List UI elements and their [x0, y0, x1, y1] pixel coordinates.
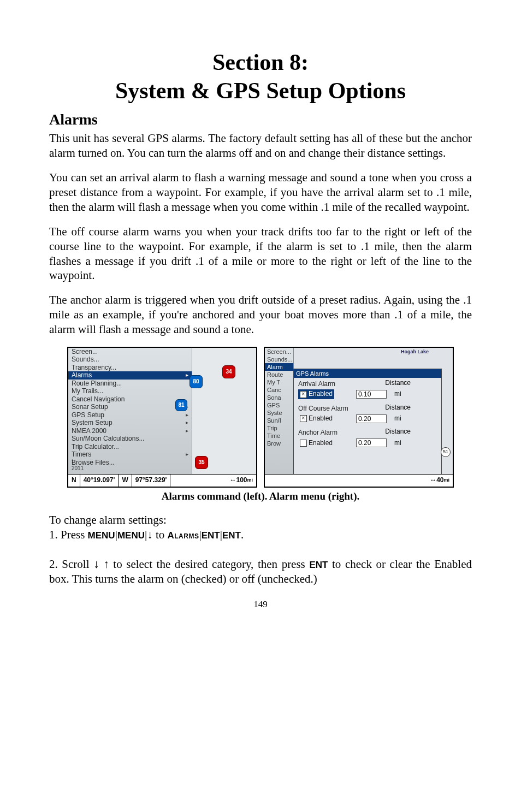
menu-item-trip-calculator[interactable]: Trip Calculator... [68, 443, 192, 451]
dialog-title: GPS Alarms [294, 369, 441, 378]
arrival-enabled-text: Enabled [309, 390, 333, 398]
status-bar-right: ↔ 40mi [265, 474, 453, 487]
menu-fragment[interactable]: Canc [265, 386, 293, 394]
step1-mid: to [153, 528, 168, 541]
menu-fragment[interactable]: Alarm [265, 363, 293, 371]
menu-item-alarms[interactable]: Alarms [68, 371, 192, 380]
highway-shield-34: 34 [222, 365, 235, 378]
arrow-down-icon: ↓ [147, 528, 153, 541]
anchor-enabled-checkbox[interactable]: Enabled [298, 438, 334, 448]
kbd-ent-3: ENT [309, 560, 328, 570]
menu-item-sounds[interactable]: Sounds... [68, 355, 192, 364]
para-4: The anchor alarm is triggered when you d… [49, 293, 472, 337]
screenshot-left: Screen...Sounds...Transparency...AlarmsR… [67, 347, 257, 488]
status-zoom-unit: mi [247, 477, 253, 484]
offcourse-enabled-text: Enabled [309, 414, 333, 423]
menu-fragment[interactable]: Screen... [265, 348, 293, 355]
menu-fragment[interactable]: Route [265, 371, 293, 378]
status-zoom-val: 100 [236, 476, 247, 484]
menu-item-cancel-navigation[interactable]: Cancel Navigation [68, 395, 192, 404]
menu-fragment[interactable]: Sounds... [265, 355, 293, 363]
menu-fragment[interactable]: Brow [265, 440, 293, 447]
anchor-enabled-text: Enabled [309, 439, 333, 447]
status-zoom-right: 40 [436, 476, 443, 484]
offcourse-enabled-checkbox[interactable]: ×Enabled [298, 414, 334, 423]
highway-shield-81: 81 [175, 399, 187, 411]
main-menu-partial: Screen...Sounds...AlarmRouteMy TCancSona… [265, 348, 294, 477]
menu-item-timers[interactable]: Timers [68, 451, 192, 459]
step2-prefix: 2. Scroll [49, 558, 93, 571]
heading-alarms: Alarms [49, 110, 472, 129]
section-title: System & GPS Setup Options [49, 78, 472, 104]
steps-intro: To change alarm settings: [49, 513, 472, 527]
menu-item-nmea-2000[interactable]: NMEA 2000 [68, 427, 192, 435]
offcourse-distance-input[interactable] [356, 414, 387, 423]
highway-shield-80: 80 [190, 375, 203, 388]
status-lat: 40°19.097' [80, 475, 119, 487]
kbd-ent-1: ENT [202, 530, 220, 541]
menu-item-screen[interactable]: Screen... [68, 348, 192, 356]
arrow-down-icon-2: ↓ [93, 558, 99, 570]
step2-mid: to select the desired category, then pre… [109, 558, 310, 571]
status-zoom-unit-right: mi [443, 477, 449, 484]
menu-fragment[interactable]: Time [265, 432, 293, 440]
menu-fragment[interactable]: Sun/I [265, 417, 293, 424]
arrival-unit: mi [394, 390, 401, 398]
anchor-distance-label: Distance [385, 428, 411, 436]
highway-shield-35: 35 [195, 456, 208, 469]
kbd-alarms: Alarms [168, 530, 199, 541]
menu-item-sun-moon-calculations[interactable]: Sun/Moon Calculations... [68, 435, 192, 443]
figure-caption: Alarms command (left). Alarm menu (right… [49, 490, 472, 503]
kbd-ent-2: ENT [222, 530, 241, 541]
menu-item-system-setup[interactable]: System Setup [68, 419, 192, 427]
menu-fragment[interactable]: Trip [265, 424, 293, 432]
offcourse-alarm-label: Off Course Alarm [298, 405, 437, 413]
offcourse-distance-label: Distance [385, 404, 411, 412]
arrow-up-icon: ↑ [103, 558, 109, 570]
main-menu: Screen...Sounds...Transparency...AlarmsR… [68, 348, 192, 476]
anchor-unit: mi [394, 439, 401, 447]
menu-item-my-trails[interactable]: My Trails... [68, 387, 192, 395]
arrival-enabled-checkbox[interactable]: ×Enabled [298, 389, 334, 399]
status-w: W [119, 475, 132, 487]
anchor-alarm-label: Anchor Alarm [298, 429, 437, 437]
anchor-distance-input[interactable] [356, 438, 387, 447]
arrival-alarm-label: Arrival Alarm [298, 380, 437, 388]
menu-item-transparency[interactable]: Transparency... [68, 364, 192, 372]
highway-shield-51: 51 [441, 447, 451, 457]
menu-fragment[interactable]: GPS [265, 401, 293, 409]
status-zoom: ↔ 100 mi [226, 475, 256, 487]
offcourse-unit: mi [394, 414, 401, 423]
para-2: You can set an arrival alarm to flash a … [49, 170, 472, 215]
menu-item-gps-setup[interactable]: GPS Setup [68, 411, 192, 419]
menu-item-route-planning[interactable]: Route Planning... [68, 380, 192, 388]
gps-alarms-dialog: GPS Alarms Arrival Alarm Distance ×Enabl… [293, 369, 442, 477]
menu-item-sonar-setup[interactable]: Sonar Setup [68, 403, 192, 411]
step-2: 2. Scroll ↓ ↑ to select the desired cate… [49, 557, 472, 586]
para-3: The off course alarm warns you when your… [49, 224, 472, 283]
kbd-menu-1: MENU [88, 530, 115, 541]
para-1: This unit has several GPS alarms. The fa… [49, 131, 472, 161]
menu-item-browse-files[interactable]: Browse Files... [68, 459, 192, 467]
menu-fragment[interactable]: My T [265, 378, 293, 386]
status-n: N [68, 475, 80, 487]
status-lon: 97°57.329' [132, 475, 171, 487]
screenshot-right: Hogah Lake Screen...Sounds...AlarmRouteM… [264, 347, 454, 488]
status-bar-left: N 40°19.097' W 97°57.329' ↔ 100 mi [68, 474, 256, 487]
lake-label: Hogah Lake [401, 349, 429, 355]
kbd-menu-2: MENU [117, 530, 145, 541]
figure-row: Screen...Sounds...Transparency...AlarmsR… [49, 347, 472, 488]
step-1: 1. Press MENU|MENU|↓ to Alarms|ENT|ENT. [49, 527, 472, 542]
arrival-distance-label: Distance [385, 379, 411, 387]
step1-prefix: 1. Press [49, 528, 88, 541]
arrival-distance-input[interactable] [356, 390, 387, 399]
section-number: Section 8: [49, 49, 472, 75]
menu-fragment[interactable]: Sona [265, 394, 293, 401]
menu-fragment[interactable]: Syste [265, 409, 293, 417]
page-number: 149 [49, 598, 472, 611]
scale-icon: ⟟2011 [72, 458, 84, 472]
